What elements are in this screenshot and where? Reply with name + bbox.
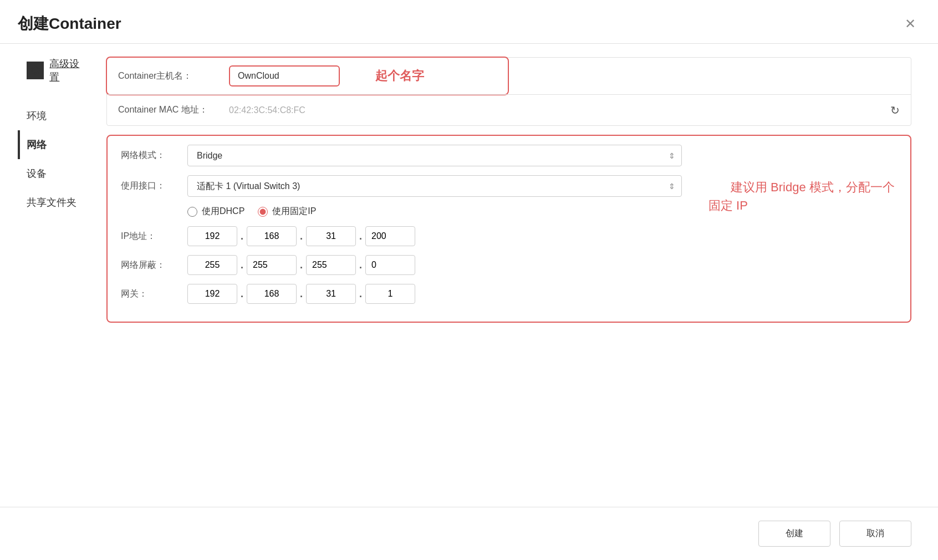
dialog-title: 创建Container [18, 13, 121, 34]
sidebar-item-env[interactable]: 环境 [27, 101, 89, 130]
subnet-dot-2: . [300, 259, 303, 271]
dialog-body: ⚙ 高级设置 环境 网络 设备 共享文件夹 [0, 44, 938, 507]
static-ip-label-text: 使用固定IP [272, 206, 316, 217]
subnet-octet2[interactable] [247, 255, 297, 275]
sidebar: ⚙ 高级设置 环境 网络 设备 共享文件夹 [0, 57, 89, 493]
sidebar-item-shared-folder[interactable]: 共享文件夹 [27, 188, 89, 217]
dhcp-radio-label[interactable]: 使用DHCP [187, 206, 244, 217]
ip-address-label: IP地址： [121, 231, 187, 242]
network-mode-label: 网络模式： [121, 150, 187, 161]
subnet-octet1[interactable] [187, 255, 237, 275]
ip-address-row: IP地址： . . . [121, 226, 682, 246]
gateway-octet1[interactable] [187, 284, 237, 304]
network-fields: 网络模式： Bridge Host None ⇕ 使用接口： [121, 145, 682, 313]
network-mode-row: 网络模式： Bridge Host None ⇕ [121, 145, 682, 166]
sidebar-section-header: ⚙ 高级设置 [27, 57, 89, 84]
cancel-button[interactable]: 取消 [839, 521, 911, 547]
gateway-octet2[interactable] [247, 284, 297, 304]
sidebar-item-label-env: 环境 [27, 109, 47, 123]
bridge-annotation-area: 建议用 Bridge 模式，分配一个固定 IP [708, 145, 897, 215]
dialog-header: 创建Container ✕ [0, 0, 938, 44]
create-button[interactable]: 创建 [758, 521, 830, 547]
static-ip-radio[interactable] [258, 207, 268, 217]
hostname-annotation: 起个名字 [375, 68, 424, 84]
sidebar-item-label-shared-folder: 共享文件夹 [27, 196, 77, 209]
gateway-label: 网关： [121, 288, 187, 300]
mac-refresh-button[interactable]: ↻ [890, 104, 900, 117]
ip-octet3[interactable] [306, 226, 356, 246]
interface-select-control: 适配卡 1 (Virtual Switch 3) ⇕ [187, 175, 682, 197]
sidebar-section-title: 高级设置 [49, 57, 89, 84]
ip-dot-1: . [241, 231, 243, 242]
network-section: 网络模式： Bridge Host None ⇕ 使用接口： [106, 135, 911, 323]
subnet-row: 网络屏蔽： . . . [121, 255, 682, 275]
ip-octet1[interactable] [187, 226, 237, 246]
ip-octet2[interactable] [247, 226, 297, 246]
subnet-dot-3: . [359, 259, 362, 271]
subnet-label: 网络屏蔽： [121, 259, 187, 271]
network-mode-select-control: Bridge Host None ⇕ [187, 145, 682, 166]
mac-label: Container MAC 地址： [118, 104, 229, 116]
mac-value: 02:42:3C:54:C8:FC [229, 105, 890, 115]
ip-address-fields: . . . [187, 226, 415, 246]
static-ip-radio-label[interactable]: 使用固定IP [258, 206, 316, 217]
ip-octet4[interactable] [365, 226, 415, 246]
mac-row: Container MAC 地址： 02:42:3C:54:C8:FC ↻ [107, 94, 911, 125]
hostname-input[interactable] [229, 65, 340, 86]
sidebar-item-label-device: 设备 [27, 167, 47, 180]
ip-dot-2: . [300, 231, 303, 242]
interface-select[interactable]: 适配卡 1 (Virtual Switch 3) [187, 175, 682, 197]
gateway-dot-2: . [300, 288, 303, 300]
gateway-fields: . . . [187, 284, 415, 304]
bridge-annotation: 建议用 Bridge 模式，分配一个固定 IP [708, 180, 895, 212]
subnet-dot-1: . [241, 259, 243, 271]
subnet-octet3[interactable] [306, 255, 356, 275]
dhcp-radio[interactable] [187, 207, 197, 217]
ip-dot-3: . [359, 231, 362, 242]
network-mode-select[interactable]: Bridge Host None [187, 145, 682, 166]
subnet-fields: . . . [187, 255, 415, 275]
create-container-dialog: 创建Container ✕ ⚙ 高级设置 环境 网络 设备 共享文件夹 [0, 0, 938, 560]
dhcp-label-text: 使用DHCP [202, 206, 244, 217]
gateway-dot-3: . [359, 288, 362, 300]
hostname-row: Container主机名： 起个名字 [107, 58, 911, 94]
interface-row: 使用接口： 适配卡 1 (Virtual Switch 3) ⇕ [121, 175, 682, 197]
sidebar-item-label-network: 网络 [27, 138, 47, 151]
gateway-octet3[interactable] [306, 284, 356, 304]
gateway-octet4[interactable] [365, 284, 415, 304]
gateway-row: 网关： . . . [121, 284, 682, 304]
gear-icon: ⚙ [27, 62, 44, 79]
ip-mode-radio-group: 使用DHCP 使用固定IP [187, 206, 682, 217]
sidebar-item-network[interactable]: 网络 [27, 130, 89, 159]
interface-label: 使用接口： [121, 180, 187, 192]
sidebar-nav: 环境 网络 设备 共享文件夹 [27, 101, 89, 217]
dialog-footer: 创建 取消 [0, 507, 938, 560]
gateway-dot-1: . [241, 288, 243, 300]
hostname-label: Container主机名： [118, 70, 229, 82]
main-content: Container主机名： 起个名字 Container MAC 地址： 02:… [89, 57, 938, 493]
sidebar-item-device[interactable]: 设备 [27, 159, 89, 188]
subnet-octet4[interactable] [365, 255, 415, 275]
top-fields: Container主机名： 起个名字 Container MAC 地址： 02:… [106, 57, 911, 126]
close-button[interactable]: ✕ [900, 15, 920, 33]
